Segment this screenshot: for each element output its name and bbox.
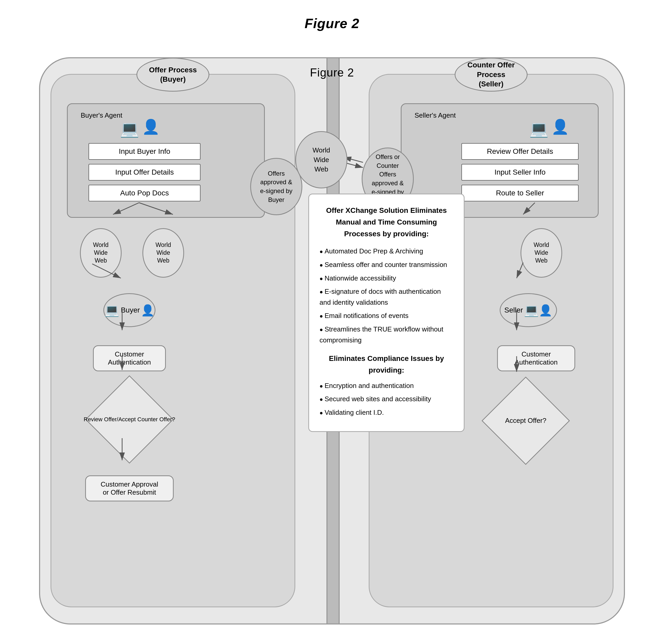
list1-item-2: Nationwide accessibility (319, 273, 453, 284)
customer-auth-right-box: Customer Authentication (497, 345, 575, 371)
buyer-laptop-icon: 💻 (104, 303, 119, 317)
wwwr1-ellipse: World Wide Web (520, 228, 562, 278)
seller-label: Seller (504, 306, 523, 314)
list2-item-0: Encryption and authentication (319, 381, 453, 391)
list1-item-3: E-signature of docs with authentication … (319, 286, 453, 308)
offer-process-buyer-ellipse: Offer Process (Buyer) (137, 58, 209, 92)
wwwl2-ellipse: World Wide Web (142, 228, 184, 278)
buyer-person-icon: 👤 (141, 304, 154, 317)
auto-pop-docs-box: Auto Pop Docs (88, 185, 201, 201)
center-text-box: Offer XChange Solution Eliminates Manual… (308, 194, 464, 432)
seller-agent-laptop-icon: 💻 (529, 120, 548, 138)
left-panel: Offer Process (Buyer) Buyer's Agent 💻 👤 … (50, 74, 295, 607)
buyers-agent-label: Buyer's Agent (81, 111, 122, 120)
seller-agent-person-icon: 👤 (551, 119, 569, 135)
center-list2: Encryption and authentication Secured we… (319, 381, 453, 418)
list2-item-1: Secured web sites and accessibility (319, 394, 453, 405)
diagram-container: Figure 2 Offer Process (Buyer) Buyer's A… (39, 57, 625, 624)
counter-offer-seller-ellipse: Counter Offer Process (Seller) (455, 58, 527, 92)
seller-entity: Seller 💻 👤 (500, 293, 557, 327)
buyers-agent-box: Buyer's Agent 💻 👤 Input Buyer Info Input… (67, 103, 265, 218)
input-offer-details-box: Input Offer Details (88, 164, 201, 180)
accept-offer-diamond-wrapper: Accept Offer? (481, 387, 570, 455)
review-offer-details-box: Review Offer Details (461, 143, 579, 160)
buyer-label: Buyer (121, 306, 140, 314)
accept-offer-diamond-text: Accept Offer? (505, 416, 546, 425)
center-heading2: Eliminates Compliance Issues by providin… (319, 353, 453, 376)
review-diamond-text: Review Offer/Accept Counter Offer? (84, 416, 175, 423)
seller-person-icon: 👤 (539, 304, 552, 317)
input-buyer-info-box: Input Buyer Info (88, 143, 201, 160)
buyer-entity: 💻 Buyer 👤 (103, 293, 155, 327)
list1-item-1: Seamless offer and counter transmission (319, 259, 453, 270)
fig-inner-label: Figure 2 (310, 66, 354, 79)
route-to-seller-box: Route to Seller (461, 185, 579, 201)
seller-laptop-icon: 💻 (524, 303, 539, 317)
buyer-agent-laptop-icon: 💻 (120, 120, 139, 138)
list2-item-2: Validating client I.D. (319, 407, 453, 418)
center-www-ellipse: World Wide Web (295, 131, 347, 188)
center-list1: Automated Doc Prep & Archiving Seamless … (319, 246, 453, 346)
list1-item-4: Email notifications of events (319, 310, 453, 321)
customer-auth-left-box: Customer Authentication (93, 345, 166, 371)
customer-approval-box: Customer Approval or Offer Resubmit (85, 475, 174, 501)
sellers-agent-label: Seller's Agent (415, 111, 456, 120)
offers-approved-buyer-ellipse: Offers approved & e-signed by Buyer (250, 158, 302, 215)
list1-item-0: Automated Doc Prep & Archiving (319, 246, 453, 257)
list1-item-5: Streamlines the TRUE workflow without co… (319, 324, 453, 346)
review-diamond-wrapper: Review Offer/Accept Counter Offer? (77, 386, 182, 453)
page-title: Figure 2 (0, 0, 664, 31)
center-heading1: Offer XChange Solution Eliminates Manual… (319, 205, 453, 240)
input-seller-info-box: Input Seller Info (461, 164, 579, 180)
buyer-agent-person-icon: 👤 (142, 119, 160, 135)
wwwl1-ellipse: World Wide Web (80, 228, 122, 278)
